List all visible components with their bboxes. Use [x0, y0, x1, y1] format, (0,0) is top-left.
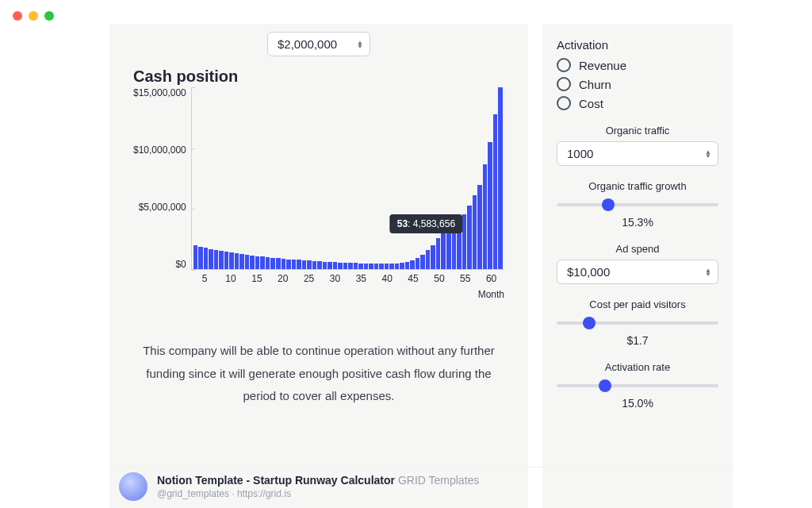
chart-bar[interactable] [312, 261, 317, 270]
chart-bar[interactable] [338, 263, 343, 271]
radio-option-cost[interactable]: Cost [557, 96, 718, 110]
funding-stepper[interactable]: $2,000,000 ▲▼ [267, 32, 370, 56]
chart-bar[interactable] [317, 261, 322, 270]
chart-bar[interactable] [204, 248, 209, 270]
chart-bar[interactable] [239, 254, 244, 270]
chart-bar[interactable] [260, 256, 265, 270]
chart-bar[interactable] [297, 260, 301, 270]
chart-bar[interactable] [229, 252, 234, 270]
footer-url: https://grid.is [237, 488, 291, 499]
chart-bar[interactable] [405, 262, 410, 270]
chart-bar[interactable] [395, 264, 400, 270]
chart-bar[interactable] [374, 264, 379, 270]
summary-text: This company will be able to continue op… [133, 340, 504, 408]
x-tick-label: 10 [218, 273, 244, 284]
chart-bar[interactable] [245, 255, 250, 270]
chart-bar[interactable] [209, 249, 213, 270]
chart-bar[interactable] [473, 195, 477, 270]
x-tick-label: 35 [348, 273, 374, 284]
chart-bar[interactable] [307, 260, 312, 270]
chart-bar[interactable] [224, 252, 229, 270]
chart-bar[interactable] [410, 260, 415, 270]
x-tick-label: 60 [478, 273, 504, 284]
chart-bar[interactable] [483, 164, 488, 270]
chart-bar[interactable] [436, 238, 441, 270]
x-tick-label: 30 [322, 273, 348, 284]
chart-bar[interactable] [193, 245, 198, 270]
x-tick-label: 45 [400, 273, 427, 284]
stepper-arrows-icon[interactable]: ▲▼ [705, 268, 711, 276]
main-panel: $2,000,000 ▲▼ Cash position $15,000,000$… [109, 24, 528, 508]
chart-bar[interactable] [426, 250, 431, 270]
chart-bar[interactable] [276, 258, 281, 270]
chart-title: Cash position [133, 67, 504, 86]
chart-bar[interactable] [379, 264, 384, 270]
ad-spend-stepper[interactable]: $10,000 ▲▼ [557, 260, 718, 284]
chart-bar[interactable] [477, 185, 482, 270]
chart-bar[interactable] [286, 260, 291, 270]
chart-bar[interactable] [255, 256, 260, 270]
organic-traffic-stepper[interactable]: 1000 ▲▼ [557, 141, 718, 166]
chart-bar[interactable] [302, 260, 307, 270]
chart-bar[interactable] [369, 264, 373, 270]
chart-bar[interactable] [282, 259, 286, 270]
chart-bar[interactable] [400, 263, 404, 270]
activation-rate-slider[interactable] [557, 378, 718, 394]
chart-bar[interactable] [343, 263, 348, 270]
cost-per-visitor-slider[interactable] [557, 315, 718, 331]
organic-traffic-label: Organic traffic [557, 125, 718, 137]
stepper-arrows-icon[interactable]: ▲▼ [705, 150, 711, 158]
window-controls [13, 11, 54, 21]
chart-bar[interactable] [420, 255, 425, 270]
y-tick-label: $15,000,000 [133, 87, 186, 98]
chart-bar[interactable] [358, 264, 363, 270]
chart-bar[interactable] [292, 260, 297, 270]
chart-bar[interactable] [270, 258, 275, 270]
close-dot-icon[interactable] [13, 11, 22, 21]
chart-bar[interactable] [198, 247, 203, 270]
chart-bar[interactable] [323, 262, 327, 270]
chart-bar[interactable] [266, 257, 270, 270]
chart-bar[interactable] [498, 87, 503, 270]
plot-area: 53: 4,583,656 51015202530354045505560 Mo… [191, 87, 504, 270]
minimize-dot-icon[interactable] [29, 11, 38, 21]
chart-bar[interactable] [416, 258, 420, 270]
chart-bar[interactable] [327, 262, 332, 270]
radio-icon [557, 96, 571, 110]
y-tick-label: $10,000,000 [133, 144, 186, 156]
funding-value: $2,000,000 [278, 37, 337, 51]
radio-label: Churn [579, 78, 611, 91]
chart-tooltip: 53: 4,583,656 [390, 214, 462, 233]
footer-credit[interactable]: Notion Template - Startup Runway Calcula… [109, 467, 733, 505]
chart-bar[interactable] [431, 245, 435, 270]
footer-title: Notion Template - Startup Runway Calcula… [157, 474, 395, 487]
stepper-arrows-icon[interactable]: ▲▼ [357, 40, 363, 48]
chart-bar[interactable] [462, 214, 467, 270]
radio-option-revenue[interactable]: Revenue [557, 58, 718, 72]
x-tick-label: 25 [296, 273, 322, 284]
chart-bar[interactable] [250, 256, 255, 270]
y-tick-label: $5,000,000 [139, 202, 186, 213]
chart-bar[interactable] [467, 206, 472, 270]
activation-rate-value: 15.0% [557, 397, 718, 410]
chart-bar[interactable] [214, 250, 219, 270]
chart-bar[interactable] [493, 114, 498, 270]
maximize-dot-icon[interactable] [44, 11, 54, 21]
radio-label: Revenue [579, 59, 626, 72]
y-axis: $15,000,000$10,000,000$5,000,000$0 [133, 87, 191, 270]
chart-bar[interactable] [348, 263, 353, 270]
chart-bar[interactable] [364, 264, 369, 270]
chart-bar[interactable] [333, 262, 338, 270]
chart-bar[interactable] [235, 253, 239, 270]
y-tick-label: $0 [175, 259, 186, 270]
chart-bar[interactable] [389, 264, 394, 270]
chart-bar[interactable] [385, 264, 389, 270]
ad-spend-value: $10,000 [567, 265, 610, 279]
chart-bar[interactable] [219, 251, 224, 270]
chart-bar[interactable] [488, 142, 492, 270]
chart-bar[interactable] [354, 263, 358, 270]
organic-growth-slider[interactable] [557, 197, 718, 213]
x-tick-label: 40 [374, 273, 400, 284]
radio-option-churn[interactable]: Churn [557, 77, 718, 91]
chart-bar[interactable] [441, 230, 446, 270]
